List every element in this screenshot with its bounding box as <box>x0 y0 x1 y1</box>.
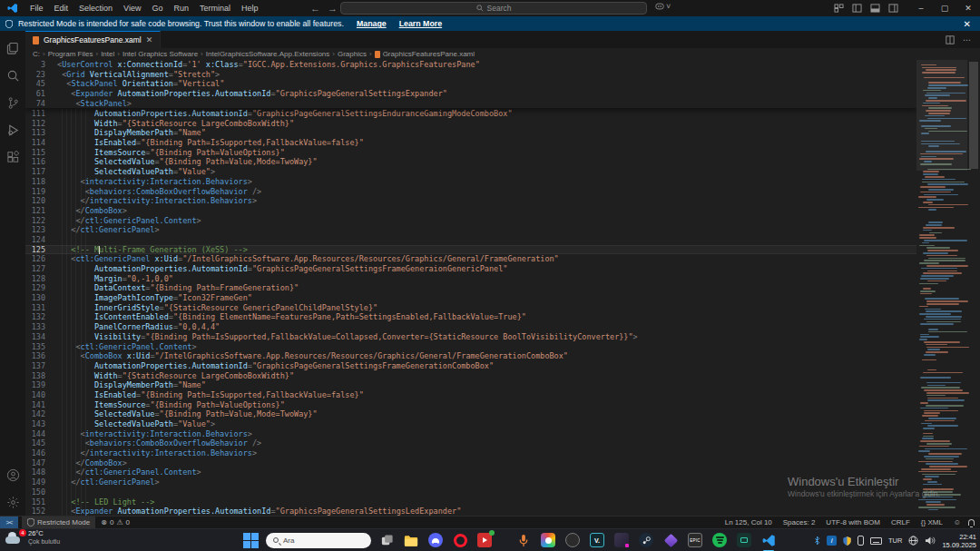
code-line[interactable]: 127 AutomationProperties.AutomationId="G… <box>25 264 916 274</box>
spotify-icon[interactable] <box>710 531 729 549</box>
code-line[interactable]: 140 IsEnabled="{Binding Path=IsSupported… <box>25 390 916 400</box>
line-number[interactable]: 151 <box>25 497 45 507</box>
code-line[interactable]: 124 <box>25 235 916 245</box>
breadcrumb-item[interactable]: GraphicsFeaturesPane.xaml <box>383 50 475 58</box>
code-line[interactable]: 132 IsContentEnabled="{Binding ElementNa… <box>25 312 916 322</box>
phone-link-icon[interactable] <box>858 536 864 546</box>
minimap-slider[interactable] <box>916 60 967 171</box>
line-number[interactable]: 145 <box>25 438 45 448</box>
code-line[interactable]: 149 </ctl:GenericPanel> <box>25 477 916 487</box>
code-line[interactable]: 117 SelectedValuePath="Value"> <box>25 167 916 177</box>
restricted-mode-status[interactable]: Restricted Mode <box>22 517 95 529</box>
opera-icon[interactable] <box>451 531 469 549</box>
code-line[interactable]: 152 <Expander AutomationProperties.Autom… <box>25 507 916 516</box>
code-line[interactable]: 137 AutomationProperties.AutomationId="G… <box>25 361 916 371</box>
line-number[interactable]: 119 <box>25 187 45 197</box>
code-line[interactable]: 126 <ctl:GenericPanel x:Uid="/IntelGraph… <box>25 254 916 264</box>
toggle-secondary-sidebar-icon[interactable] <box>888 4 898 13</box>
youtube-app-icon[interactable] <box>475 531 494 549</box>
line-number[interactable]: 117 <box>25 167 45 177</box>
code-line[interactable]: 129 DataContext="{Binding Path=FrameGene… <box>25 283 916 293</box>
discord-icon[interactable] <box>426 531 445 549</box>
line-number[interactable]: 148 <box>25 467 45 477</box>
split-editor-icon[interactable] <box>946 35 955 44</box>
photos-icon[interactable] <box>539 531 557 549</box>
code-line[interactable]: 144 <interactivity:Interaction.Behaviors… <box>25 429 916 439</box>
line-number[interactable]: 61 <box>25 89 45 99</box>
code-line[interactable]: 141 ItemsSource="{Binding Path=ValueOpti… <box>25 400 916 410</box>
code-line[interactable]: 131 InnerGridStyle="{StaticResource Gene… <box>25 303 916 313</box>
line-number[interactable]: 118 <box>25 177 45 187</box>
code-line[interactable]: 111 AutomationProperties.AutomationId="G… <box>25 109 916 119</box>
code-line[interactable]: 120 </interactivity:Interaction.Behavior… <box>25 196 916 206</box>
code-line[interactable]: 119 <behaviors:ComboBoxOverflowBehavior … <box>25 187 916 197</box>
toggle-panel-icon[interactable] <box>870 4 880 13</box>
line-number[interactable]: 45 <box>25 79 45 89</box>
code-line[interactable]: 148 </ctl:GenericPanel.Content> <box>25 467 916 477</box>
breadcrumb-item[interactable]: Intel <box>101 50 114 58</box>
minimap[interactable] <box>916 60 967 516</box>
search-icon[interactable] <box>0 62 25 89</box>
status-item[interactable]: {} XML <box>916 517 948 529</box>
status-item[interactable]: CRLF <box>886 517 916 529</box>
line-number[interactable]: 127 <box>25 264 45 274</box>
run-debug-icon[interactable] <box>0 116 25 143</box>
customize-layout-icon[interactable] <box>834 4 844 13</box>
remote-indicator[interactable]: >< <box>0 517 18 529</box>
explorer-icon[interactable] <box>0 34 25 62</box>
steam-icon[interactable] <box>637 531 655 549</box>
line-number[interactable]: 121 <box>25 206 45 216</box>
line-number[interactable]: 144 <box>25 429 45 439</box>
line-number[interactable]: 114 <box>25 138 45 148</box>
line-number[interactable]: 129 <box>25 283 45 293</box>
line-number[interactable]: 115 <box>25 148 45 158</box>
line-number[interactable]: 134 <box>25 332 45 342</box>
menu-file[interactable]: File <box>24 2 49 15</box>
line-number[interactable]: 142 <box>25 409 45 419</box>
code-line[interactable]: 113 DisplayMemberPath="Name" <box>25 128 916 138</box>
menu-selection[interactable]: Selection <box>74 2 118 15</box>
line-number[interactable]: 130 <box>25 293 45 303</box>
line-number[interactable]: 137 <box>25 361 45 371</box>
code-line[interactable]: 123 </ctl:GenericPanel> <box>25 225 916 235</box>
line-number[interactable]: 131 <box>25 303 45 313</box>
menu-help[interactable]: Help <box>236 2 264 15</box>
code-line[interactable]: 138 Width="{StaticResource LargeComboBox… <box>25 371 916 381</box>
security-tray-icon[interactable] <box>843 536 851 546</box>
more-actions-icon[interactable]: ⋯ <box>963 35 971 44</box>
code-line[interactable]: 116 SelectedValue="{Binding Path=Value,M… <box>25 157 916 167</box>
vscode-taskbar-icon[interactable] <box>760 531 778 549</box>
line-number[interactable]: 116 <box>25 157 45 167</box>
code-line[interactable]: 23 <Grid VerticalAlignment="Stretch"> <box>25 70 916 80</box>
vlc-media-icon[interactable]: V. <box>588 531 606 549</box>
line-number[interactable]: 124 <box>25 235 45 245</box>
code-line[interactable]: 146 </interactivity:Interaction.Behavior… <box>25 448 916 458</box>
code-line[interactable]: 130 ImagePathIconType="Icon32FrameGen" <box>25 293 916 303</box>
code-line[interactable]: 115 ItemsSource="{Binding Path=ValueOpti… <box>25 148 916 158</box>
line-number[interactable]: 120 <box>25 196 45 206</box>
line-number[interactable]: 133 <box>25 322 45 332</box>
line-number[interactable]: 125 <box>25 245 45 255</box>
line-number[interactable]: 113 <box>25 128 45 138</box>
line-number[interactable]: 74 <box>25 99 45 109</box>
diamond-app-icon[interactable] <box>662 531 680 549</box>
code-line[interactable]: 147 </ComboBox> <box>25 458 916 468</box>
line-number[interactable]: 112 <box>25 119 45 129</box>
line-number[interactable]: 152 <box>25 507 45 516</box>
menu-go[interactable]: Go <box>146 2 168 15</box>
menu-view[interactable]: View <box>118 2 146 15</box>
line-number[interactable]: 143 <box>25 419 45 429</box>
breadcrumb-item[interactable]: C: <box>33 50 40 58</box>
code-line[interactable]: 128 Margin="0,-1,0,0" <box>25 274 916 284</box>
toggle-sidebar-icon[interactable] <box>852 4 862 13</box>
network-icon[interactable] <box>908 536 918 546</box>
code-line[interactable]: 74 <StackPanel> <box>25 99 916 109</box>
breadcrumb-item[interactable]: Graphics <box>338 50 367 58</box>
volume-icon[interactable] <box>925 536 936 546</box>
code-line[interactable]: 135 <ctl:GenericPanel.Content> <box>25 342 916 352</box>
menu-run[interactable]: Run <box>168 2 194 15</box>
line-number[interactable]: 138 <box>25 371 45 381</box>
line-number[interactable]: 150 <box>25 487 45 497</box>
line-number[interactable]: 126 <box>25 254 45 264</box>
code-line[interactable]: 133 PanelCornerRadius="0,0,4,4" <box>25 322 916 332</box>
